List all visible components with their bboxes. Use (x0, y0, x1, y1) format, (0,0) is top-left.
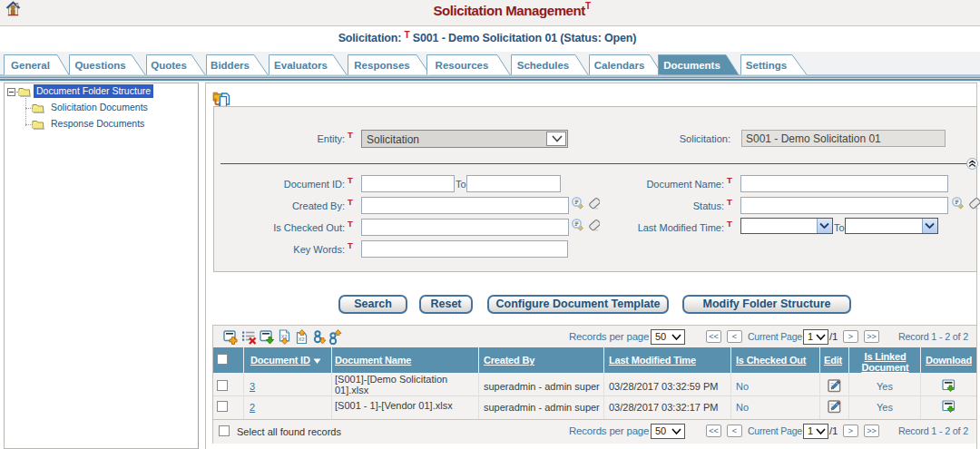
svg-text:Schedules: Schedules (517, 60, 570, 71)
svg-text:Settings: Settings (746, 60, 787, 71)
svg-text:Evaluators: Evaluators (274, 60, 328, 71)
svg-text:Documents: Documents (663, 60, 720, 71)
svg-text:Quotes: Quotes (151, 60, 187, 71)
svg-text:Responses: Responses (354, 60, 409, 71)
svg-text:Resources: Resources (436, 60, 489, 71)
svg-text:Calendars: Calendars (594, 60, 645, 71)
svg-text:General: General (11, 60, 50, 71)
svg-text:X2: X2 (299, 337, 305, 342)
svg-text:Bidders: Bidders (211, 60, 250, 71)
svg-text:Questions: Questions (74, 60, 125, 71)
svg-text:X2: X2 (281, 334, 288, 339)
